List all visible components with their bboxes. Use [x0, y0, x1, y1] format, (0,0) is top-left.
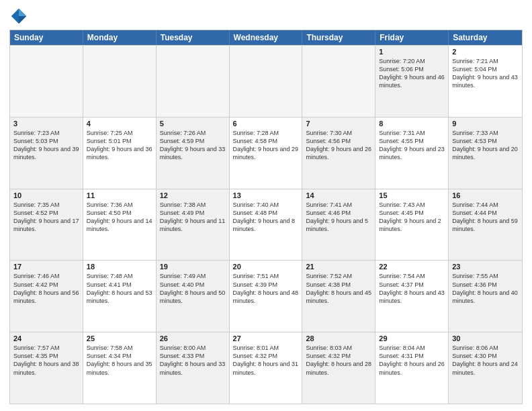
weekday-header: Tuesday: [157, 30, 230, 45]
day-number: 8: [379, 120, 445, 128]
calendar-row: 3Sunrise: 7:23 AM Sunset: 5:03 PM Daylig…: [10, 117, 522, 189]
day-info: Sunrise: 7:40 AM Sunset: 4:48 PM Dayligh…: [233, 201, 299, 234]
day-info: Sunrise: 7:21 AM Sunset: 5:04 PM Dayligh…: [452, 57, 519, 90]
day-number: 2: [452, 48, 519, 56]
calendar-cell: 10Sunrise: 7:35 AM Sunset: 4:52 PM Dayli…: [10, 189, 83, 261]
day-info: Sunrise: 7:38 AM Sunset: 4:49 PM Dayligh…: [160, 201, 226, 234]
day-info: Sunrise: 7:51 AM Sunset: 4:39 PM Dayligh…: [233, 272, 299, 305]
day-info: Sunrise: 7:41 AM Sunset: 4:46 PM Dayligh…: [306, 201, 371, 234]
day-info: Sunrise: 7:31 AM Sunset: 4:55 PM Dayligh…: [379, 129, 445, 162]
weekday-header: Saturday: [449, 30, 522, 45]
day-info: Sunrise: 8:01 AM Sunset: 4:32 PM Dayligh…: [233, 344, 299, 377]
calendar-row: 24Sunrise: 7:57 AM Sunset: 4:35 PM Dayli…: [10, 332, 522, 404]
calendar: SundayMondayTuesdayWednesdayThursdayFrid…: [9, 30, 523, 404]
day-number: 5: [160, 120, 226, 128]
day-info: Sunrise: 7:49 AM Sunset: 4:40 PM Dayligh…: [160, 272, 226, 305]
calendar-cell: 19Sunrise: 7:49 AM Sunset: 4:40 PM Dayli…: [157, 261, 230, 332]
day-info: Sunrise: 7:35 AM Sunset: 4:52 PM Dayligh…: [13, 201, 79, 234]
day-number: 17: [13, 263, 79, 271]
day-info: Sunrise: 7:43 AM Sunset: 4:45 PM Dayligh…: [379, 201, 445, 234]
day-info: Sunrise: 7:46 AM Sunset: 4:42 PM Dayligh…: [13, 272, 79, 305]
header: [9, 7, 523, 26]
day-info: Sunrise: 7:30 AM Sunset: 4:56 PM Dayligh…: [306, 129, 371, 162]
day-info: Sunrise: 7:28 AM Sunset: 4:58 PM Dayligh…: [233, 129, 299, 162]
calendar-cell: 25Sunrise: 7:58 AM Sunset: 4:34 PM Dayli…: [83, 332, 157, 404]
calendar-cell: 27Sunrise: 8:01 AM Sunset: 4:32 PM Dayli…: [230, 332, 303, 404]
day-number: 6: [233, 120, 299, 128]
day-info: Sunrise: 7:33 AM Sunset: 4:53 PM Dayligh…: [452, 129, 519, 162]
day-number: 25: [87, 334, 152, 342]
day-info: Sunrise: 7:58 AM Sunset: 4:34 PM Dayligh…: [87, 344, 152, 377]
day-number: 24: [13, 334, 79, 342]
weekday-header: Thursday: [302, 30, 375, 45]
day-info: Sunrise: 7:57 AM Sunset: 4:35 PM Dayligh…: [13, 344, 79, 377]
weekday-header: Wednesday: [230, 30, 303, 45]
day-number: 13: [233, 191, 299, 199]
day-number: 3: [13, 120, 79, 128]
calendar-cell: 1Sunrise: 7:20 AM Sunset: 5:06 PM Daylig…: [375, 46, 449, 117]
day-number: 19: [160, 263, 226, 271]
calendar-cell: 11Sunrise: 7:36 AM Sunset: 4:50 PM Dayli…: [83, 189, 157, 261]
calendar-cell: 26Sunrise: 8:00 AM Sunset: 4:33 PM Dayli…: [157, 332, 230, 404]
calendar-cell: 15Sunrise: 7:43 AM Sunset: 4:45 PM Dayli…: [375, 189, 449, 261]
weekday-header: Friday: [375, 30, 449, 45]
weekday-header: Monday: [83, 30, 157, 45]
calendar-header: SundayMondayTuesdayWednesdayThursdayFrid…: [10, 30, 522, 45]
day-info: Sunrise: 7:20 AM Sunset: 5:06 PM Dayligh…: [379, 57, 445, 90]
calendar-cell: 29Sunrise: 8:04 AM Sunset: 4:31 PM Dayli…: [375, 332, 449, 404]
day-number: 15: [379, 191, 445, 199]
day-info: Sunrise: 8:06 AM Sunset: 4:30 PM Dayligh…: [452, 344, 519, 377]
day-number: 30: [452, 334, 519, 342]
calendar-cell: 9Sunrise: 7:33 AM Sunset: 4:53 PM Daylig…: [449, 118, 522, 189]
calendar-body: 1Sunrise: 7:20 AM Sunset: 5:06 PM Daylig…: [10, 45, 522, 404]
svg-marker-1: [19, 9, 26, 16]
day-info: Sunrise: 8:03 AM Sunset: 4:32 PM Dayligh…: [306, 344, 371, 377]
calendar-cell: 13Sunrise: 7:40 AM Sunset: 4:48 PM Dayli…: [230, 189, 303, 261]
logo: [9, 7, 31, 26]
day-number: 16: [452, 191, 519, 199]
svg-marker-2: [19, 16, 26, 24]
day-info: Sunrise: 8:04 AM Sunset: 4:31 PM Dayligh…: [379, 344, 445, 377]
day-info: Sunrise: 7:54 AM Sunset: 4:37 PM Dayligh…: [379, 272, 445, 305]
weekday-header: Sunday: [10, 30, 83, 45]
calendar-cell: 12Sunrise: 7:38 AM Sunset: 4:49 PM Dayli…: [157, 189, 230, 261]
calendar-cell: [157, 46, 230, 117]
page: SundayMondayTuesdayWednesdayThursdayFrid…: [0, 0, 532, 411]
calendar-cell: 14Sunrise: 7:41 AM Sunset: 4:46 PM Dayli…: [302, 189, 375, 261]
calendar-cell: 5Sunrise: 7:26 AM Sunset: 4:59 PM Daylig…: [157, 118, 230, 189]
day-number: 20: [233, 263, 299, 271]
day-number: 7: [306, 120, 371, 128]
calendar-cell: 28Sunrise: 8:03 AM Sunset: 4:32 PM Dayli…: [302, 332, 375, 404]
calendar-cell: 30Sunrise: 8:06 AM Sunset: 4:30 PM Dayli…: [449, 332, 522, 404]
day-number: 23: [452, 263, 519, 271]
day-number: 1: [379, 48, 445, 56]
day-number: 4: [87, 120, 152, 128]
day-number: 12: [160, 191, 226, 199]
calendar-row: 1Sunrise: 7:20 AM Sunset: 5:06 PM Daylig…: [10, 45, 522, 117]
day-info: Sunrise: 7:52 AM Sunset: 4:38 PM Dayligh…: [306, 272, 371, 305]
day-info: Sunrise: 7:48 AM Sunset: 4:41 PM Dayligh…: [87, 272, 152, 305]
day-number: 26: [160, 334, 226, 342]
day-number: 18: [87, 263, 152, 271]
day-number: 21: [306, 263, 371, 271]
day-info: Sunrise: 7:36 AM Sunset: 4:50 PM Dayligh…: [87, 201, 152, 234]
day-number: 28: [306, 334, 371, 342]
calendar-cell: 22Sunrise: 7:54 AM Sunset: 4:37 PM Dayli…: [375, 261, 449, 332]
calendar-cell: 21Sunrise: 7:52 AM Sunset: 4:38 PM Dayli…: [302, 261, 375, 332]
day-info: Sunrise: 7:55 AM Sunset: 4:36 PM Dayligh…: [452, 272, 519, 305]
day-number: 29: [379, 334, 445, 342]
calendar-cell: 20Sunrise: 7:51 AM Sunset: 4:39 PM Dayli…: [230, 261, 303, 332]
calendar-cell: 3Sunrise: 7:23 AM Sunset: 5:03 PM Daylig…: [10, 118, 83, 189]
day-number: 11: [87, 191, 152, 199]
calendar-cell: [10, 46, 83, 117]
calendar-cell: 18Sunrise: 7:48 AM Sunset: 4:41 PM Dayli…: [83, 261, 157, 332]
calendar-cell: 6Sunrise: 7:28 AM Sunset: 4:58 PM Daylig…: [230, 118, 303, 189]
calendar-cell: 16Sunrise: 7:44 AM Sunset: 4:44 PM Dayli…: [449, 189, 522, 261]
day-info: Sunrise: 8:00 AM Sunset: 4:33 PM Dayligh…: [160, 344, 226, 377]
day-info: Sunrise: 7:26 AM Sunset: 4:59 PM Dayligh…: [160, 129, 226, 162]
day-number: 22: [379, 263, 445, 271]
calendar-cell: [230, 46, 303, 117]
day-number: 27: [233, 334, 299, 342]
day-info: Sunrise: 7:23 AM Sunset: 5:03 PM Dayligh…: [13, 129, 79, 162]
day-number: 14: [306, 191, 371, 199]
